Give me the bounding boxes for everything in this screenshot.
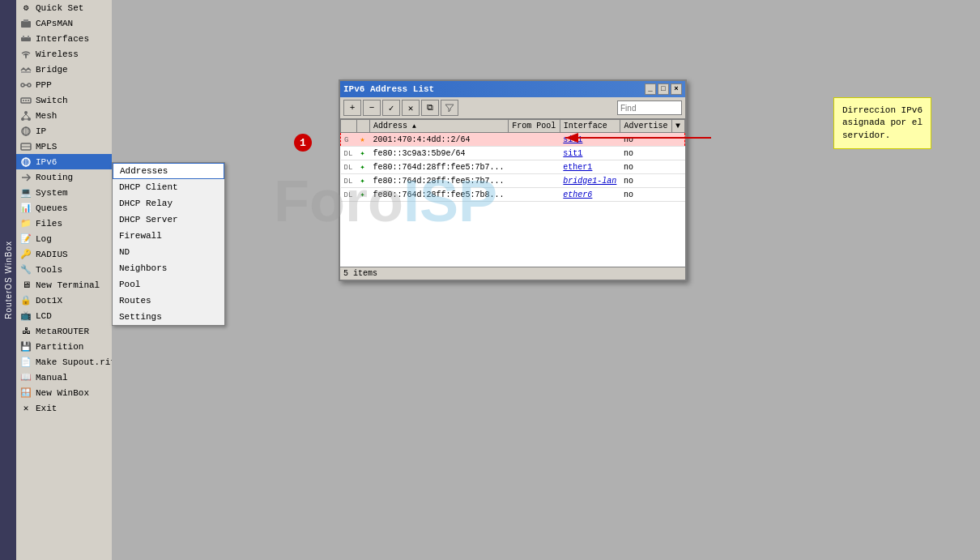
sidebar-label-tools: Tools xyxy=(36,265,62,275)
sidebar-item-manual[interactable]: 📖 Manual xyxy=(16,370,127,385)
check-button[interactable]: ✓ xyxy=(382,100,400,116)
sidebar-item-quickset[interactable]: ⚙ Quick Set xyxy=(16,0,127,15)
sidebar-item-routing[interactable]: Routing ▶ xyxy=(16,169,127,185)
ppp-icon xyxy=(19,79,32,92)
col-advertise[interactable]: Advertise xyxy=(620,120,672,133)
flag-cell-4: DL xyxy=(341,174,357,188)
files-icon: 📁 xyxy=(19,217,32,230)
table-row-1[interactable]: G ★ 2001:470:4:4dd::2/64 sit1 no xyxy=(341,133,685,147)
sidebar-item-queues[interactable]: 📊 Queues xyxy=(16,200,127,216)
sidebar-label-mpls: MPLS xyxy=(36,142,57,152)
icon-cell-3: ✦ xyxy=(357,160,370,174)
sidebar-label-bridge: Bridge xyxy=(36,65,68,75)
sidebar-label-dot1x: Dot1X xyxy=(36,296,62,306)
svg-point-5 xyxy=(25,57,27,58)
submenu-item-dhcprelay[interactable]: DHCP Relay xyxy=(113,195,224,212)
sidebar-item-ppp[interactable]: PPP xyxy=(16,77,127,92)
ipv6-titlebar: IPv6 Address List _ □ × xyxy=(340,81,685,97)
bridge-icon xyxy=(19,63,32,76)
flag-cell-1: G xyxy=(341,133,357,147)
submenu-label-pool: Pool xyxy=(119,280,140,289)
sidebar-item-log[interactable]: 📝 Log xyxy=(16,231,127,246)
submenu-label-dhcprelay: DHCP Relay xyxy=(119,199,173,208)
sidebar-item-files[interactable]: 📁 Files xyxy=(16,216,127,231)
submenu-item-dhcpserver[interactable]: DHCP Server xyxy=(113,212,224,228)
annotation-box: Dirreccion IPv6asignada por elservidor. xyxy=(833,97,931,149)
cross-button[interactable]: ✕ xyxy=(402,100,420,116)
table-row-2[interactable]: DL ✦ fe80::3c9a3:5b9e/64 sit1 no xyxy=(341,147,685,160)
sidebar-item-tools[interactable]: 🔧 Tools ▶ xyxy=(16,262,127,277)
sidebar-item-capsman[interactable]: CAPsMAN xyxy=(16,15,127,31)
submenu-label-addresses: Addresses xyxy=(120,166,168,176)
submenu-item-addresses[interactable]: Addresses xyxy=(113,163,224,179)
address-cell-2: fe80::3c9a3:5b9e/64 xyxy=(370,147,509,160)
sidebar-item-newwinbox[interactable]: 🪟 New WinBox xyxy=(16,385,127,400)
filter-button[interactable] xyxy=(441,100,458,116)
sidebar-item-mesh[interactable]: Mesh xyxy=(16,108,127,123)
add-button[interactable]: + xyxy=(343,100,361,116)
submenu-item-settings[interactable]: Settings xyxy=(113,309,224,325)
sidebar-item-ip[interactable]: IP ▶ xyxy=(16,123,127,139)
submenu-item-routes[interactable]: Routes xyxy=(113,293,224,309)
sidebar-item-bridge[interactable]: Bridge xyxy=(16,62,127,77)
submenu-label-nd: ND xyxy=(119,247,130,257)
col-flag[interactable] xyxy=(341,120,357,133)
submenu-item-neighbors[interactable]: Neighbors xyxy=(113,260,224,276)
sidebar-item-metarouter[interactable]: 🖧 MetaROUTER xyxy=(16,323,127,339)
svg-rect-2 xyxy=(21,37,31,41)
ipv6-statusbar: 5 items xyxy=(340,267,685,280)
svg-point-7 xyxy=(21,83,24,87)
sidebar-label-interfaces: Interfaces xyxy=(36,34,89,44)
sidebar-label-log: Log xyxy=(36,234,52,244)
submenu-item-dhcpclient[interactable]: DHCP Client xyxy=(113,179,224,195)
sidebar-item-exit[interactable]: ✕ Exit xyxy=(16,400,127,416)
advertise-cell-1: no xyxy=(620,133,672,147)
sidebar-item-supout[interactable]: 📄 Make Supout.rif xyxy=(16,354,127,370)
submenu-item-nd[interactable]: ND xyxy=(113,244,224,260)
advertise-cell-4: no xyxy=(620,174,672,188)
sidebar-label-ipv6: IPv6 xyxy=(36,157,57,167)
table-row-5[interactable]: DL ✦ fe80::764d:28ff:fee5:7b8... ether6 … xyxy=(341,188,685,202)
sidebar-item-system[interactable]: 💻 System ▶ xyxy=(16,185,127,200)
sidebar-item-interfaces[interactable]: Interfaces xyxy=(16,31,127,46)
sidebar-item-mpls[interactable]: MPLS ▶ xyxy=(16,139,127,154)
address-cell-1: 2001:470:4:4dd::2/64 xyxy=(370,133,509,147)
frompool-cell-5 xyxy=(509,188,560,202)
table-row-4[interactable]: DL ✦ fe80::764d:28ff:fee5:7b7... bridge1… xyxy=(341,174,685,188)
interface-cell-4: bridge1-lan xyxy=(560,174,620,188)
col-address[interactable]: Address ▲ xyxy=(370,120,509,133)
icon-cell-1: ★ xyxy=(357,133,370,147)
sidebar-item-switch[interactable]: Switch xyxy=(16,92,127,108)
ipv6-toolbar: + − ✓ ✕ ⧉ xyxy=(340,97,685,119)
table-row-3[interactable]: DL ✦ fe80::764d:28ff:fee5:7b7... ether1 … xyxy=(341,160,685,174)
submenu-item-firewall[interactable]: Firewall xyxy=(113,228,224,244)
close-button[interactable]: × xyxy=(671,83,682,95)
sidebar-item-ipv6[interactable]: IPv6 ▶ xyxy=(16,154,127,169)
remove-button[interactable]: − xyxy=(363,100,381,116)
copy-button[interactable]: ⧉ xyxy=(421,100,439,116)
frompool-cell-2 xyxy=(509,147,560,160)
sidebar-item-terminal[interactable]: 🖥 New Terminal xyxy=(16,277,127,293)
sidebar-label-newwinbox: New WinBox xyxy=(36,388,89,398)
submenu-item-pool[interactable]: Pool xyxy=(113,276,224,293)
interface-cell-1: sit1 xyxy=(560,133,620,147)
sidebar-item-radius[interactable]: 🔑 RADIUS xyxy=(16,246,127,262)
svg-point-13 xyxy=(28,100,29,101)
sidebar-item-lcd[interactable]: 📺 LCD xyxy=(16,308,127,323)
submenu-label-settings: Settings xyxy=(119,312,162,322)
sidebar-label-ip: IP xyxy=(36,126,46,136)
frompool-cell-4 xyxy=(509,174,560,188)
find-input[interactable] xyxy=(617,100,682,115)
sidebar-item-dot1x[interactable]: 🔒 Dot1X xyxy=(16,293,127,308)
col-dropdown[interactable]: ▼ xyxy=(672,120,685,133)
col-icon[interactable] xyxy=(357,120,370,133)
sidebar-item-partition[interactable]: 💾 Partition xyxy=(16,339,127,354)
sidebar-label-radius: RADIUS xyxy=(36,250,68,259)
restore-button[interactable]: □ xyxy=(658,83,669,95)
system-icon: 💻 xyxy=(19,186,32,199)
col-interface[interactable]: Interface xyxy=(560,120,620,133)
metarouter-icon: 🖧 xyxy=(19,325,32,338)
minimize-button[interactable]: _ xyxy=(645,83,656,95)
col-frompool[interactable]: From Pool xyxy=(509,120,560,133)
sidebar-item-wireless[interactable]: Wireless xyxy=(16,46,127,62)
